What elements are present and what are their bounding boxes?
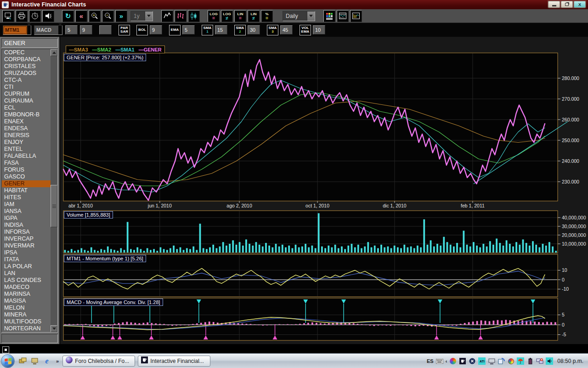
layout-button[interactable] — [2, 10, 14, 22]
stock-item-endesa[interactable]: ENDESA — [2, 125, 51, 132]
stock-item-itata[interactable]: ITATA — [2, 256, 51, 263]
sma3-button[interactable]: SMA 3 — [267, 25, 278, 35]
scroll-thumb[interactable] — [51, 185, 57, 227]
fit-screen-icon[interactable] — [2, 346, 9, 353]
stock-item-iansa[interactable]: IANSA — [2, 208, 51, 215]
ohlc-chart-type-button[interactable] — [175, 10, 187, 22]
sync-center-icon[interactable] — [498, 357, 505, 365]
volume-ema-button[interactable]: VOL EMA — [300, 25, 311, 35]
secondary-dropdown-arrow[interactable] — [58, 26, 62, 34]
stock-item-inforsa[interactable]: INFORSA — [2, 229, 51, 236]
candlestick-chart-type-button[interactable] — [188, 10, 200, 22]
frequency-select[interactable]: Daily — [283, 11, 315, 21]
stock-item-ipsa[interactable]: IPSA — [2, 249, 51, 256]
param1-input[interactable] — [65, 25, 78, 34]
frequency-dropdown-arrow[interactable] — [307, 12, 315, 21]
stock-item-multifoods[interactable]: MULTIFOODS — [2, 318, 51, 325]
stock-item-falabella[interactable]: FALABELLA — [2, 153, 51, 160]
close-button[interactable]: X — [574, 1, 586, 8]
show-desktop-icon[interactable] — [30, 356, 40, 366]
stock-item-melon[interactable]: MELON — [2, 305, 51, 311]
stock-item-cruzados[interactable]: CRUZADOS — [2, 70, 51, 77]
stock-item-marinsa[interactable]: MARINSA — [2, 291, 51, 298]
sma2-button[interactable]: SMA 2 — [234, 25, 246, 35]
network-status-icon[interactable] — [536, 357, 543, 365]
window-titlebar[interactable]: Interactive Financial Charts X — [0, 0, 588, 9]
stock-item-iam[interactable]: IAM — [2, 201, 51, 208]
volume-tray-icon[interactable] — [546, 357, 553, 365]
stock-item-madeco[interactable]: MADECO — [2, 284, 51, 291]
browser-orb-tray-icon[interactable] — [449, 357, 457, 365]
colors-palette-button[interactable] — [323, 10, 335, 22]
secondary-indicator-select[interactable]: MACD — [34, 25, 62, 35]
scroll-down-button[interactable] — [51, 325, 57, 332]
sma2-period-input[interactable] — [248, 25, 260, 34]
stock-item-igpa[interactable]: IGPA — [2, 215, 51, 222]
sma1-period-input[interactable] — [215, 25, 227, 34]
stock-item-habitat[interactable]: HABITAT — [2, 187, 51, 194]
stock-item-curauma[interactable]: CURAUMA — [2, 98, 51, 104]
minimize-button[interactable] — [548, 1, 560, 8]
sma3-period-input[interactable] — [280, 25, 293, 34]
scale-lin-notequal-button[interactable]: LIN≠ — [248, 10, 260, 22]
stock-item-cristales[interactable]: CRISTALES — [2, 63, 51, 70]
stock-item-forus[interactable]: FORUS — [2, 167, 51, 173]
start-button[interactable] — [1, 354, 15, 368]
restore-button[interactable] — [561, 1, 573, 8]
period-select[interactable]: 1y — [130, 11, 153, 21]
stock-item-ctc-a[interactable]: CTC-A — [2, 77, 51, 84]
period-dropdown-arrow[interactable] — [145, 12, 153, 21]
scale-lin-equal-button[interactable]: LIN= — [234, 10, 246, 22]
scroll-up-button[interactable] — [51, 49, 57, 56]
stock-item-corpbanca[interactable]: CORPBANCA — [2, 56, 51, 63]
stock-item-ecl[interactable]: ECL — [2, 104, 51, 111]
stock-item-invercap[interactable]: INVERCAP — [2, 236, 51, 242]
stock-item-fasa[interactable]: FASA — [2, 160, 51, 167]
tray-collapse-icon[interactable]: ‹ — [446, 358, 447, 364]
bollinger-period-input[interactable] — [150, 25, 162, 34]
stock-item-invermar[interactable]: INVERMAR — [2, 242, 51, 249]
bollinger-button[interactable]: BOL — [136, 25, 148, 35]
switch-windows-icon[interactable] — [18, 356, 28, 366]
scale-percent-button[interactable]: %= — [261, 10, 273, 22]
internet-explorer-icon[interactable]: e — [42, 356, 51, 366]
chart-config-button[interactable] — [350, 10, 362, 22]
security-shield-icon[interactable] — [469, 357, 476, 365]
zoom-in-button[interactable] — [89, 10, 101, 22]
symbol-search-input[interactable] — [1, 38, 58, 48]
back-button[interactable]: « — [75, 10, 87, 22]
ema-button[interactable]: EMA — [169, 25, 181, 35]
forward-button[interactable]: » — [115, 10, 127, 22]
quick-launch-overflow-chevron[interactable]: » — [56, 358, 59, 364]
chart-window-button[interactable] — [337, 10, 349, 22]
stock-item-la-polar[interactable]: LA POLAR — [2, 263, 51, 270]
indicator-select[interactable]: MTM1 — [3, 25, 31, 35]
stock-item-copec[interactable]: COPEC — [2, 49, 51, 56]
display-settings-icon[interactable] — [488, 357, 495, 365]
battery-icon[interactable] — [526, 357, 534, 365]
keyboard-icon[interactable] — [436, 357, 443, 365]
stock-item-nortegran[interactable]: NORTEGRAN — [2, 325, 51, 332]
browser-swirl-icon[interactable] — [507, 357, 514, 365]
antivirus-umbrella-icon[interactable] — [517, 357, 524, 365]
taskbar-clock[interactable]: 08:50 p.m. — [557, 358, 583, 364]
indicator-dropdown-arrow[interactable] — [27, 26, 31, 34]
refresh-button[interactable]: ↻ — [62, 10, 74, 22]
task-button-2[interactable]: Interactive Financial... — [138, 356, 210, 367]
scale-log-equal-button[interactable]: LOG= — [208, 10, 220, 22]
scale-log-notequal-button[interactable]: LOG≠ — [221, 10, 233, 22]
ati-icon[interactable]: ATI — [478, 357, 486, 365]
stock-item-enjoy[interactable]: ENJOY — [2, 139, 51, 146]
param3-input[interactable] — [99, 25, 112, 34]
stock-item-embonor-b[interactable]: EMBONOR-B — [2, 111, 51, 118]
line-chart-type-button[interactable] — [161, 10, 173, 22]
stock-item-minera[interactable]: MINERA — [2, 311, 51, 318]
stock-item-masisa[interactable]: MASISA — [2, 298, 51, 305]
parsar-button[interactable]: PAR SAR — [119, 25, 130, 35]
stock-item-las-condes[interactable]: LAS CONDES — [2, 277, 51, 284]
task-button-1[interactable]: Foro Chilebolsa / Fo... — [62, 356, 135, 367]
print-button[interactable] — [16, 10, 28, 22]
stock-item-enaex[interactable]: ENAEX — [2, 118, 51, 125]
stock-item-gasco[interactable]: GASCO — [2, 173, 51, 180]
chart-canvas[interactable]: 280.000270.000260.000250.000240.000230.0… — [60, 37, 588, 344]
